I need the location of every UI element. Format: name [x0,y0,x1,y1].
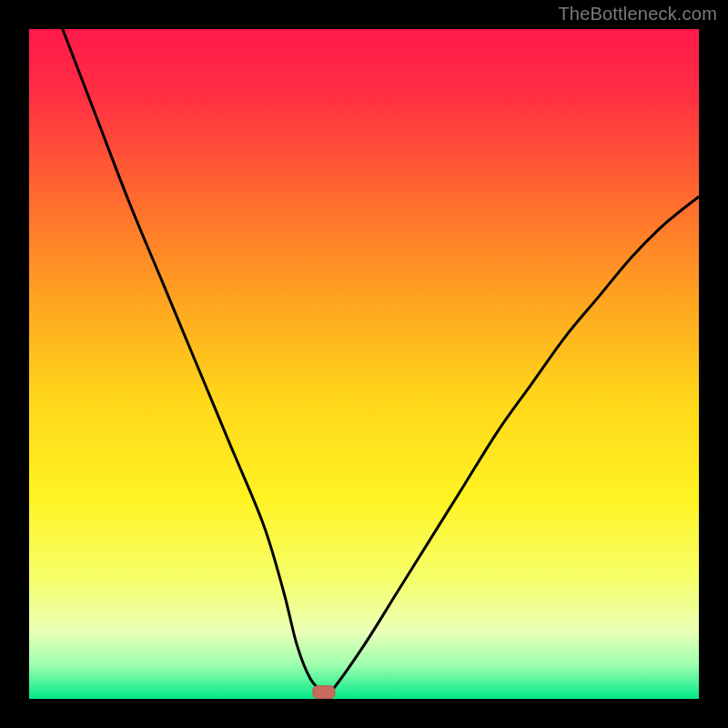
bottleneck-chart [0,0,728,728]
watermark-text: TheBottleneck.com [558,4,717,25]
plot-background [29,29,699,699]
optimum-marker [313,686,335,699]
chart-frame: { "watermark": "TheBottleneck.com", "col… [0,0,728,728]
